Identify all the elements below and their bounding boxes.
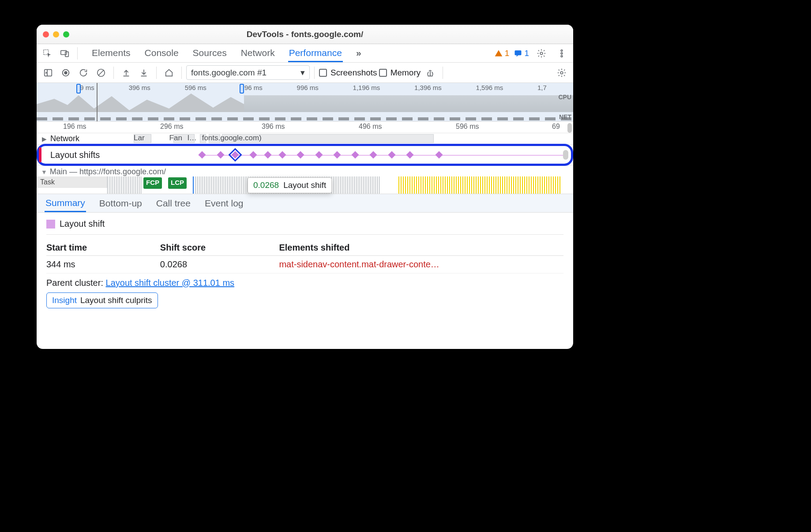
layout-shifts-track[interactable]: Layout shifts xyxy=(39,146,571,164)
warnings-badge[interactable]: 1 xyxy=(494,49,510,58)
details-tabs: Summary Bottom-up Call tree Event log xyxy=(37,194,573,213)
shifted-element-link[interactable]: mat-sidenav-content.mat-drawer-conte… xyxy=(279,259,439,269)
tab-network[interactable]: Network xyxy=(240,45,276,62)
layout-shift-swatch xyxy=(46,220,55,229)
settings-icon[interactable] xyxy=(533,45,549,61)
separator xyxy=(156,67,157,79)
expand-icon[interactable]: ▶ xyxy=(42,135,47,142)
insight-badge: Insight xyxy=(52,296,77,305)
home-icon[interactable] xyxy=(161,65,177,81)
toggle-side-panel-icon[interactable] xyxy=(40,65,56,81)
tab-event-log[interactable]: Event log xyxy=(204,195,244,211)
svg-rect-8 xyxy=(45,69,52,76)
track-scroll-thumb[interactable] xyxy=(563,150,568,160)
ruler-scroll-thumb[interactable] xyxy=(567,123,572,133)
separator xyxy=(314,67,315,79)
summary-table: Start time Shift score Elements shifted … xyxy=(46,240,563,273)
svg-point-7 xyxy=(561,55,563,57)
layout-shifts-track-marker xyxy=(39,147,41,162)
task-block[interactable]: Task xyxy=(37,176,107,188)
messages-badge[interactable]: 1 xyxy=(514,49,529,58)
chevron-down-icon: ▾ xyxy=(300,67,305,78)
main-track-header[interactable]: ▼ Main — https://fonts.google.com/ xyxy=(37,165,573,176)
summary-panel: Layout shift Start time Shift score Elem… xyxy=(37,213,573,316)
tab-summary[interactable]: Summary xyxy=(45,195,86,212)
col-elements: Elements shifted xyxy=(279,240,563,256)
cell-start-time: 344 ms xyxy=(46,256,160,273)
tab-bottom-up[interactable]: Bottom-up xyxy=(98,195,143,211)
perf-toolbar: fonts.google.com #1 ▾ Screenshots Memory xyxy=(37,63,573,83)
collapse-icon[interactable]: ▼ xyxy=(41,169,47,176)
overview-cpu-label: CPU xyxy=(558,94,571,101)
top-tabs: Elements Console Sources Network Perform… xyxy=(91,45,492,62)
summary-title: Layout shift xyxy=(60,219,105,229)
checkbox-icon xyxy=(379,69,387,77)
svg-line-13 xyxy=(99,70,104,75)
main-tabbar: Elements Console Sources Network Perform… xyxy=(37,44,573,63)
table-row: 344 ms 0.0268 mat-sidenav-content.mat-dr… xyxy=(46,256,563,273)
layout-shift-tooltip: 0.0268 Layout shift xyxy=(248,177,332,193)
separator xyxy=(443,67,443,79)
insight-button[interactable]: Insight Layout shift culprits xyxy=(46,292,158,308)
network-track-label: Network xyxy=(50,134,79,143)
playhead xyxy=(193,176,194,194)
lcp-chip[interactable]: LCP xyxy=(168,177,187,189)
tooltip-label: Layout shift xyxy=(283,180,326,190)
inspect-icon[interactable] xyxy=(39,45,55,61)
memory-label: Memory xyxy=(390,68,421,78)
timeline-overview[interactable]: 19 ms396 ms 596 ms796 ms 996 ms1,196 ms … xyxy=(37,83,573,122)
upload-icon[interactable] xyxy=(118,65,134,81)
network-track[interactable]: ▶ Network Lar Fan l… fonts.google.com) xyxy=(37,133,573,145)
col-start-time: Start time xyxy=(46,240,160,256)
tooltip-value: 0.0268 xyxy=(253,180,279,190)
overview-left-handle[interactable] xyxy=(76,84,81,94)
recording-dropdown[interactable]: fonts.google.com #1 ▾ xyxy=(186,65,310,80)
svg-point-6 xyxy=(561,52,563,54)
more-menu-icon[interactable] xyxy=(554,45,570,61)
main-track-label: Main — https://fonts.google.com/ xyxy=(50,167,166,176)
separator xyxy=(77,47,78,60)
detail-ruler[interactable]: 196 ms 296 ms 396 ms 496 ms 596 ms 69 xyxy=(37,122,573,133)
layout-shifts-label: Layout shifts xyxy=(39,150,100,160)
clear-icon[interactable] xyxy=(93,65,109,81)
messages-count: 1 xyxy=(524,49,529,58)
overview-net-label: NET xyxy=(559,113,571,120)
screenshots-checkbox[interactable]: Screenshots xyxy=(319,68,377,78)
maximize-window[interactable] xyxy=(63,31,69,37)
recording-dropdown-label: fonts.google.com #1 xyxy=(191,68,267,78)
window-title: DevTools - fonts.google.com/ xyxy=(69,30,541,39)
layout-shift-selected[interactable] xyxy=(231,151,239,159)
memory-checkbox[interactable]: Memory xyxy=(379,68,421,78)
svg-point-5 xyxy=(561,49,563,51)
tab-console[interactable]: Console xyxy=(144,45,180,62)
svg-point-16 xyxy=(560,71,563,74)
tab-sources[interactable]: Sources xyxy=(192,45,228,62)
device-toolbar-icon[interactable] xyxy=(57,45,73,61)
separator xyxy=(113,67,114,79)
overview-cursor xyxy=(97,83,98,121)
reload-record-icon[interactable] xyxy=(75,65,91,81)
svg-rect-2 xyxy=(65,52,68,56)
garbage-collect-icon[interactable] xyxy=(422,65,438,81)
network-items: Lar Fan l… fonts.google.com) xyxy=(134,134,262,142)
record-icon[interactable] xyxy=(58,65,74,81)
devtools-window: DevTools - fonts.google.com/ Elements Co… xyxy=(37,25,573,349)
download-icon[interactable] xyxy=(136,65,152,81)
tab-more[interactable]: » xyxy=(355,45,362,62)
tab-elements[interactable]: Elements xyxy=(91,45,131,62)
close-window[interactable] xyxy=(43,31,49,37)
col-shift-score: Shift score xyxy=(160,240,279,256)
cpu-graph xyxy=(37,91,244,112)
tab-performance[interactable]: Performance xyxy=(288,45,343,62)
fcp-chip[interactable]: FCP xyxy=(143,177,162,189)
tab-call-tree[interactable]: Call tree xyxy=(155,195,191,211)
warnings-count: 1 xyxy=(505,49,510,58)
minimize-window[interactable] xyxy=(53,31,59,37)
svg-rect-1 xyxy=(61,50,67,54)
screenshots-label: Screenshots xyxy=(330,68,377,78)
parent-cluster-link[interactable]: Layout shift cluster @ 311.01 ms xyxy=(106,278,235,288)
parent-cluster-row: Parent cluster: Layout shift cluster @ 3… xyxy=(46,278,563,288)
overview-right-handle[interactable] xyxy=(240,84,244,94)
perf-settings-icon[interactable] xyxy=(554,65,570,81)
checkbox-icon xyxy=(319,69,327,77)
